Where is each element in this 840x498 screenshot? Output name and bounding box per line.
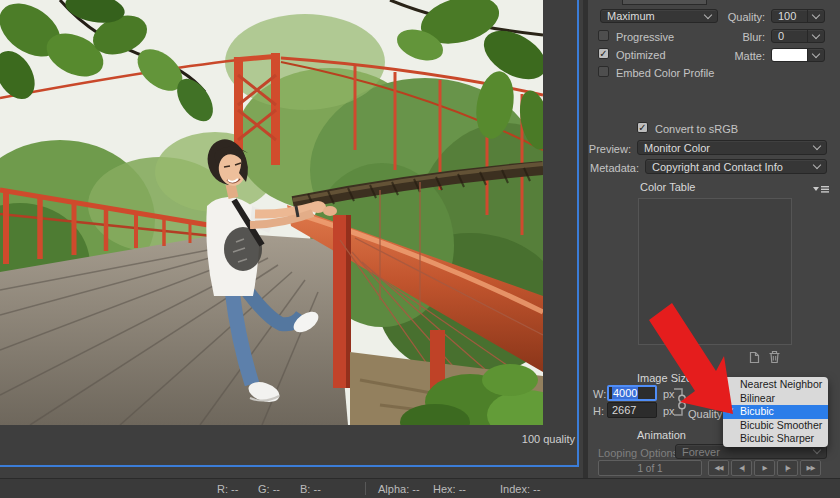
format-dropdown-partial[interactable] bbox=[622, 0, 707, 5]
frame-counter: 1 of 1 bbox=[598, 460, 702, 476]
first-frame-icon: ◀◀ bbox=[715, 464, 723, 472]
progressive-label: Progressive bbox=[616, 31, 674, 43]
blur-chevron-segment bbox=[807, 30, 824, 42]
status-alpha: Alpha: -- bbox=[378, 483, 420, 495]
metadata-select-label: Metadata: bbox=[588, 162, 639, 174]
play-button[interactable]: ▶ bbox=[754, 460, 775, 476]
matte-chevron-segment bbox=[807, 49, 824, 61]
menu-item-bilinear[interactable]: Bilinear bbox=[723, 392, 828, 406]
resample-quality-menu: Nearest Neighbor Bilinear ✓Bicubic Bicub… bbox=[723, 377, 828, 447]
menu-item-bicubic-sharper[interactable]: Bicubic Sharper bbox=[723, 432, 828, 446]
height-input[interactable]: 2667 bbox=[607, 402, 657, 418]
preset-dropdown[interactable]: Maximum bbox=[600, 9, 718, 23]
metadata-value: Copyright and Contact Info bbox=[652, 161, 814, 173]
width-value: 4000 bbox=[612, 387, 638, 399]
new-color-button[interactable] bbox=[748, 351, 761, 366]
last-frame-button[interactable]: ▶▶ bbox=[800, 460, 821, 476]
hex-label: Hex: bbox=[433, 483, 456, 495]
looping-options-value: Forever bbox=[682, 446, 814, 458]
chevron-down-icon bbox=[813, 446, 821, 454]
first-frame-button[interactable]: ◀◀ bbox=[708, 460, 729, 476]
height-value: 2667 bbox=[612, 404, 636, 416]
color-table-swatch-area[interactable] bbox=[638, 198, 792, 345]
status-bar: R: -- G: -- B: -- Alpha: -- Hex: -- Inde… bbox=[0, 478, 840, 498]
matte-color-swatch bbox=[772, 49, 807, 61]
chevron-down-icon bbox=[812, 49, 820, 57]
quality-value: 100 bbox=[778, 10, 801, 22]
r-label: R: bbox=[217, 483, 228, 495]
bridge-photo-illustration bbox=[0, 0, 543, 425]
menu-item-bicubic-smoother[interactable]: Bicubic Smoother bbox=[723, 419, 828, 433]
previous-frame-icon: ◀| bbox=[739, 464, 744, 472]
width-label: W: bbox=[593, 388, 606, 400]
chevron-down-icon bbox=[813, 142, 821, 150]
delete-color-button[interactable] bbox=[768, 350, 781, 366]
status-divider bbox=[365, 482, 366, 495]
status-b: B: -- bbox=[300, 483, 321, 495]
progressive-checkbox[interactable] bbox=[598, 30, 609, 41]
quality-chevron-segment bbox=[807, 10, 824, 22]
width-input[interactable]: 4000 bbox=[607, 385, 657, 401]
optimized-checkbox[interactable]: ✓ bbox=[598, 48, 609, 59]
status-g: G: -- bbox=[258, 483, 280, 495]
b-value: -- bbox=[313, 483, 320, 495]
preview-pane: 100 quality bbox=[0, 0, 583, 478]
status-hex: Hex: -- bbox=[433, 483, 466, 495]
menu-item-nearest-neighbor[interactable]: Nearest Neighbor bbox=[723, 378, 828, 392]
checkmark-icon: ✓ bbox=[638, 122, 646, 133]
blur-value: 0 bbox=[778, 30, 801, 42]
g-label: G: bbox=[258, 483, 270, 495]
metadata-dropdown[interactable]: Copyright and Contact Info bbox=[645, 159, 827, 174]
preview-value: Monitor Color bbox=[644, 142, 814, 154]
convert-srgb-checkbox[interactable]: ✓ bbox=[637, 122, 648, 133]
status-r: R: -- bbox=[217, 483, 238, 495]
status-index: Index: -- bbox=[500, 483, 540, 495]
blur-dropdown[interactable]: 0 bbox=[771, 29, 825, 43]
alpha-value: -- bbox=[412, 483, 419, 495]
alpha-label: Alpha: bbox=[378, 483, 409, 495]
image-size-title: Image Size bbox=[637, 372, 692, 384]
animation-title: Animation bbox=[637, 429, 686, 441]
color-table-menu-button[interactable] bbox=[813, 184, 829, 196]
b-label: B: bbox=[300, 483, 310, 495]
trash-icon bbox=[768, 350, 781, 364]
next-frame-button[interactable]: |▶ bbox=[777, 460, 798, 476]
blur-label: Blur: bbox=[705, 31, 765, 43]
index-label: Index: bbox=[500, 483, 530, 495]
chevron-down-icon bbox=[813, 161, 821, 169]
preview-dropdown[interactable]: Monitor Color bbox=[637, 140, 827, 155]
convert-srgb-label: Convert to sRGB bbox=[655, 123, 738, 135]
settings-panel: Maximum Quality: 100 Progressive Blur: 0… bbox=[588, 0, 840, 478]
matte-dropdown[interactable] bbox=[771, 48, 825, 62]
play-icon: ▶ bbox=[763, 464, 767, 472]
quality-dropdown[interactable]: 100 bbox=[771, 9, 825, 23]
matte-label: Matte: bbox=[705, 50, 765, 62]
checkmark-icon: ✓ bbox=[599, 48, 607, 59]
quality-label: Quality: bbox=[705, 11, 765, 23]
last-frame-icon: ▶▶ bbox=[807, 464, 815, 472]
optimized-label: Optimized bbox=[616, 49, 666, 61]
resample-quality-label: Quality bbox=[688, 408, 722, 420]
playback-bar: 1 of 1 ◀◀ ◀| ▶ |▶ ▶▶ bbox=[598, 460, 827, 476]
r-value: -- bbox=[231, 483, 238, 495]
save-for-web-dialog: 100 quality Maximum Quality: 100 Progres… bbox=[0, 0, 840, 498]
chevron-down-icon bbox=[812, 30, 820, 38]
new-item-icon bbox=[748, 351, 761, 364]
menu-item-label: Bicubic bbox=[740, 405, 774, 417]
menu-item-bicubic[interactable]: ✓Bicubic bbox=[723, 405, 828, 419]
looping-options-label: Looping Options: bbox=[598, 447, 681, 459]
height-label: H: bbox=[593, 405, 604, 417]
index-value: -- bbox=[533, 483, 540, 495]
chevron-down-icon bbox=[812, 10, 820, 18]
previous-frame-button[interactable]: ◀| bbox=[731, 460, 752, 476]
embed-color-profile-label: Embed Color Profile bbox=[616, 67, 714, 79]
panel-menu-icon bbox=[813, 184, 829, 194]
g-value: -- bbox=[273, 483, 280, 495]
embed-color-profile-checkbox[interactable] bbox=[598, 66, 609, 77]
color-table-title: Color Table bbox=[640, 181, 695, 193]
photo-preview[interactable] bbox=[0, 0, 543, 425]
next-frame-icon: |▶ bbox=[785, 464, 790, 472]
preview-quality-readout: 100 quality bbox=[522, 433, 575, 445]
checkmark-icon: ✓ bbox=[727, 405, 735, 419]
preview-select-label: Preview: bbox=[588, 143, 631, 155]
